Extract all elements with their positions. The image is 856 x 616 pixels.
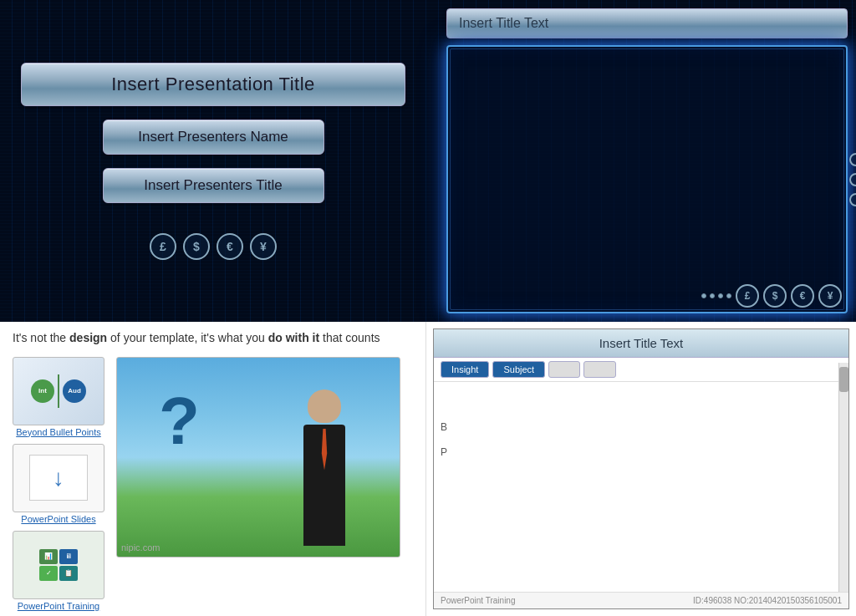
tagline: It's not the design of your template, it…: [13, 330, 413, 347]
dot-4: [726, 293, 731, 298]
slide-footer-right: ID:496038 NO:20140420150356105001: [693, 596, 842, 605]
slide-tab-4[interactable]: [583, 361, 615, 378]
pps-slide: ↓: [29, 455, 88, 501]
thumb-bbp-label[interactable]: Beyond Bullet Points: [13, 427, 104, 437]
question-mark-icon: ?: [159, 383, 200, 460]
figure: [274, 389, 374, 557]
presentation-title-button[interactable]: Insert Presentation Title: [21, 63, 405, 106]
right-panel: Insert Title Text £ $ € ¥: [446, 8, 848, 313]
side-circles: [849, 153, 856, 206]
slide-tabs: Insight Subject: [434, 358, 848, 382]
slide-tab-insight[interactable]: Insight: [441, 361, 489, 378]
bbp-circle-green: Int: [31, 379, 54, 403]
currency-row-left: £ $ € ¥: [150, 233, 277, 260]
currency-dollar-right[interactable]: $: [763, 284, 787, 308]
bottom-right-panel: Insert Title Text Insight Subject B P: [426, 322, 856, 616]
figure-leg-right: [326, 500, 345, 546]
ppt-icon-1: 📊: [39, 549, 58, 564]
nipic-watermark: nipic.com: [121, 542, 160, 552]
content-box-right: £ $ € ¥: [446, 45, 848, 313]
figure-head: [308, 389, 341, 423]
figure-tie: [321, 429, 328, 471]
slide-preview-title: Insert Title Text: [434, 329, 848, 358]
currency-euro-right[interactable]: €: [791, 284, 814, 308]
bbp-line: [58, 374, 59, 408]
thumbnail-column: Int Aud Beyond Bullet Points ↓ PowerP: [13, 357, 104, 611]
thumbnail-pps[interactable]: ↓: [13, 444, 104, 512]
currency-pound-right[interactable]: £: [736, 284, 759, 308]
currency-yen-right[interactable]: ¥: [818, 284, 842, 308]
currency-pound-left[interactable]: £: [150, 233, 176, 260]
thumb-ppt-container: 📊 🖥 ✓ 📋 PowerPoint Training: [13, 531, 104, 611]
figure-body: [303, 425, 345, 500]
dot-2: [710, 293, 715, 298]
ppt-icon-3: ✓: [39, 566, 58, 581]
figure-legs: [303, 500, 345, 546]
currency-yen-left[interactable]: ¥: [250, 233, 277, 260]
slide-r-label: P: [441, 446, 447, 458]
bbp-circle-blue: Aud: [63, 379, 86, 403]
slide-content-area: B P: [434, 382, 848, 592]
title-input-right[interactable]: Insert Title Text: [446, 8, 848, 38]
slide-preview: Insert Title Text Insight Subject B P: [433, 328, 849, 609]
ppt-icons: 📊 🖥 ✓ 📋: [36, 546, 81, 584]
slide-b-label: B: [441, 421, 447, 433]
presenters-name-button[interactable]: Insert Presenters Name: [103, 120, 324, 155]
thumbnail-ppt[interactable]: 📊 🖥 ✓ 📋: [13, 531, 104, 599]
bottom-section: It's not the design of your template, it…: [0, 322, 856, 616]
left-panel: Insert Presentation Title Insert Present…: [0, 0, 426, 322]
dot-line: [701, 293, 731, 298]
thumb-pps-container: ↓ PowerPoint Slides: [13, 444, 104, 524]
currency-euro-left[interactable]: €: [217, 233, 243, 260]
slide-footer: PowerPoint Training ID:496038 NO:2014042…: [434, 592, 848, 608]
scrollbar-right[interactable]: [838, 363, 848, 592]
ppt-icon-4: 📋: [59, 566, 78, 581]
slide-tab-subject[interactable]: Subject: [492, 361, 545, 378]
currency-dollar-left[interactable]: $: [183, 233, 210, 260]
bbp-inner: Int Aud: [31, 374, 86, 408]
thumb-bbp-container: Int Aud Beyond Bullet Points: [13, 357, 104, 437]
side-circle-2: [849, 173, 856, 186]
presenters-title-button[interactable]: Insert Presenters Title: [103, 168, 324, 203]
bottom-circles-right: £ $ € ¥: [701, 284, 842, 308]
center-image: ? nipic.com: [116, 357, 400, 557]
slide-tab-3[interactable]: [548, 361, 580, 378]
dot-1: [701, 293, 706, 298]
scrollbar-thumb[interactable]: [839, 367, 848, 392]
thumb-ppt-label[interactable]: PowerPoint Training: [13, 601, 104, 611]
bottom-left-panel: It's not the design of your template, it…: [0, 322, 426, 616]
side-circle-3: [849, 193, 856, 206]
thumbnail-bbp[interactable]: Int Aud: [13, 357, 104, 425]
ppt-icon-2: 🖥: [59, 549, 78, 564]
figure-leg-left: [303, 500, 323, 546]
thumb-pps-label[interactable]: PowerPoint Slides: [13, 514, 104, 524]
pps-arrow-icon: ↓: [53, 465, 64, 491]
side-circle-1: [849, 153, 856, 166]
dot-3: [718, 293, 723, 298]
top-section: Insert Presentation Title Insert Present…: [0, 0, 856, 322]
slide-footer-left: PowerPoint Training: [441, 596, 516, 605]
